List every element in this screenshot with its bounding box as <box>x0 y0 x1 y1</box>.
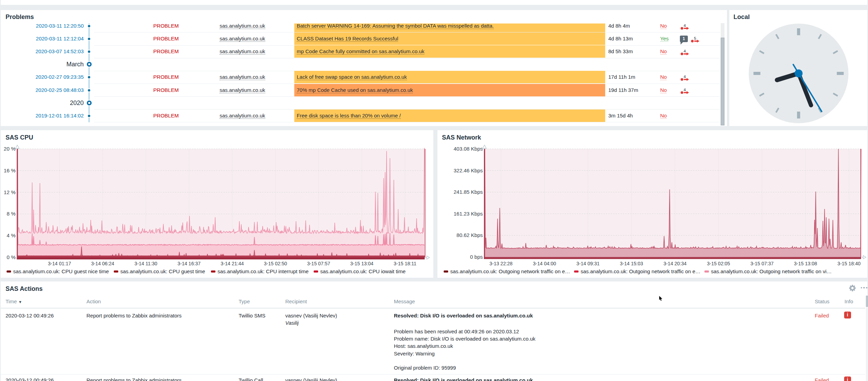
svg-text:4: 4 <box>684 23 686 28</box>
svg-text:4: 4 <box>684 88 686 92</box>
svg-text:4: 4 <box>684 49 686 53</box>
svg-text:4: 4 <box>684 75 686 79</box>
svg-text:5: 5 <box>694 36 696 40</box>
